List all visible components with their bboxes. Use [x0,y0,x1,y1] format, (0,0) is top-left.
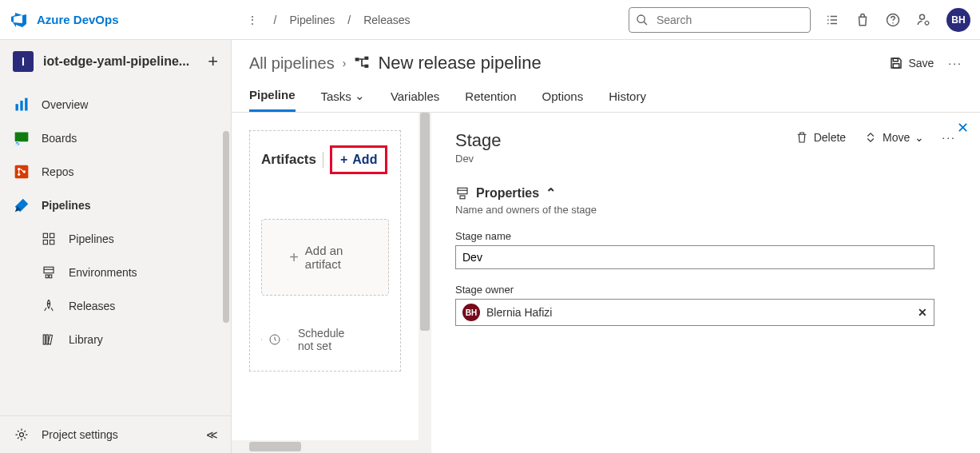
svg-rect-9 [15,133,29,142]
svg-rect-26 [355,58,359,61]
pipelines-sub-icon [40,230,58,248]
page-title: New release pipeline [354,53,541,74]
save-icon [889,56,903,70]
add-artifact-button[interactable]: + Add [330,145,387,174]
sidebar-item-environments[interactable]: Environments [0,256,231,289]
properties-toggle[interactable]: Properties ⌃ [455,185,956,201]
pipeline-canvas: Artifacts + Add + Add an artifact [232,113,431,453]
releases-icon [40,297,58,315]
sidebar-item-overview[interactable]: Overview [0,88,231,121]
breadcrumb-releases[interactable]: Releases [363,14,410,26]
stage-name-label: Stage name [455,230,956,242]
svg-rect-8 [25,98,27,111]
svg-rect-18 [50,240,54,244]
svg-rect-23 [43,335,45,344]
project-settings[interactable]: Project settings ≪ [0,415,231,453]
more-actions-icon[interactable]: ··· [942,131,956,144]
stage-details-panel: ✕ Stage Dev Delete Move [431,113,980,453]
environments-icon [40,264,58,281]
delete-stage-button[interactable]: Delete [795,130,846,145]
trash-icon [795,130,809,145]
artifacts-panel: Artifacts + Add + Add an artifact [249,130,401,372]
canvas-scrollbar-horizontal[interactable] [232,440,431,453]
repos-icon [13,163,30,181]
tab-history[interactable]: History [609,89,646,111]
artifacts-header: Artifacts + Add [261,145,389,174]
svg-point-25 [20,433,24,437]
owner-name: Blernia Hafizi [486,306,552,319]
sidebar-item-repos[interactable]: Repos [0,155,231,189]
clear-owner-icon[interactable]: ✕ [918,306,927,319]
project-selector[interactable]: I iot-edge-yaml-pipeline... + [0,40,231,83]
add-project-button[interactable]: + [208,51,218,72]
user-avatar[interactable]: BH [946,8,970,32]
top-breadcrumb: / Pipelines / Releases [264,14,411,26]
user-settings-icon[interactable] [916,13,930,27]
svg-rect-20 [46,275,48,278]
release-title-icon [354,55,370,71]
artifacts-title: Artifacts [261,152,323,168]
svg-point-4 [920,14,925,19]
collapse-chevron-icon[interactable]: ≪ [206,428,218,441]
sidebar-item-pipelines[interactable]: Pipelines [0,189,231,222]
svg-point-22 [48,303,50,304]
properties-description: Name and owners of the stage [455,204,956,216]
brand-area[interactable]: Azure DevOps [10,10,119,30]
top-icons: BH [825,8,970,32]
breadcrumb-pipelines[interactable]: Pipelines [289,14,335,26]
help-icon[interactable] [886,13,900,27]
stage-name-input[interactable] [455,245,934,269]
more-actions-icon[interactable]: ··· [948,57,962,70]
sidebar-item-library[interactable]: Library [0,323,231,356]
checklist-icon[interactable] [825,13,839,27]
svg-point-0 [637,15,645,22]
tab-retention[interactable]: Retention [465,89,516,111]
chevron-right-icon: › [343,57,347,70]
close-icon[interactable]: ✕ [957,119,969,137]
library-icon [40,331,58,348]
sidebar-item-pipelines-sub[interactable]: Pipelines [0,222,231,256]
search-box[interactable] [629,7,811,33]
svg-rect-16 [50,233,54,237]
stage-owner-field[interactable]: BH Blernia Hafizi ✕ [455,299,934,326]
sidebar-scrollbar[interactable] [223,131,229,323]
svg-rect-11 [15,165,29,179]
svg-point-3 [892,22,894,24]
top-bar: Azure DevOps ⋮ / Pipelines / Releases BH [0,0,980,40]
brand-label: Azure DevOps [37,13,119,26]
all-pipelines-link[interactable]: All pipelines [249,54,335,72]
stage-heading: Stage [455,130,502,151]
search-input[interactable] [655,13,803,27]
svg-rect-7 [20,101,22,111]
tab-pipeline[interactable]: Pipeline [249,88,296,112]
svg-line-1 [644,21,647,24]
sidebar: I iot-edge-yaml-pipeline... + Overview B… [0,40,232,453]
project-icon: I [13,51,34,72]
add-artifact-placeholder[interactable]: + Add an artifact [261,219,389,296]
gear-icon [13,426,30,443]
svg-rect-33 [460,196,465,199]
tab-tasks[interactable]: Tasks⌄ [321,89,365,111]
project-name: iot-edge-yaml-pipeline... [43,54,198,69]
canvas-scrollbar-vertical[interactable] [419,113,431,453]
svg-rect-21 [50,275,52,278]
title-row: All pipelines › New release pipeline Sav… [232,40,980,77]
vertical-dots-icon[interactable]: ⋮ [240,14,264,26]
shopping-bag-icon[interactable] [855,13,870,27]
schedule-row[interactable]: Schedule not set [261,326,389,353]
sidebar-item-releases[interactable]: Releases [0,289,231,323]
tab-variables[interactable]: Variables [391,89,439,111]
stage-name-display: Dev [455,153,502,165]
search-icon [636,13,649,27]
plus-icon: + [289,248,299,267]
tab-options[interactable]: Options [542,89,584,111]
svg-rect-15 [43,233,47,237]
svg-rect-19 [44,267,54,273]
svg-rect-32 [458,188,467,194]
save-button[interactable]: Save [889,56,934,70]
move-stage-button[interactable]: Move ⌄ [863,130,924,145]
properties-icon [455,186,470,201]
sidebar-item-boards[interactable]: Boards [0,121,231,155]
svg-rect-27 [365,57,369,60]
tabs-row: Pipeline Tasks⌄ Variables Retention Opti… [232,77,980,113]
